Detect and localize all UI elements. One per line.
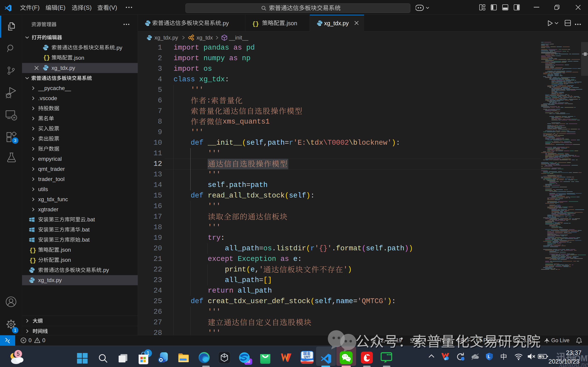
svg-text:QMT: QMT [304,355,311,359]
svg-text:L: L [488,354,490,359]
